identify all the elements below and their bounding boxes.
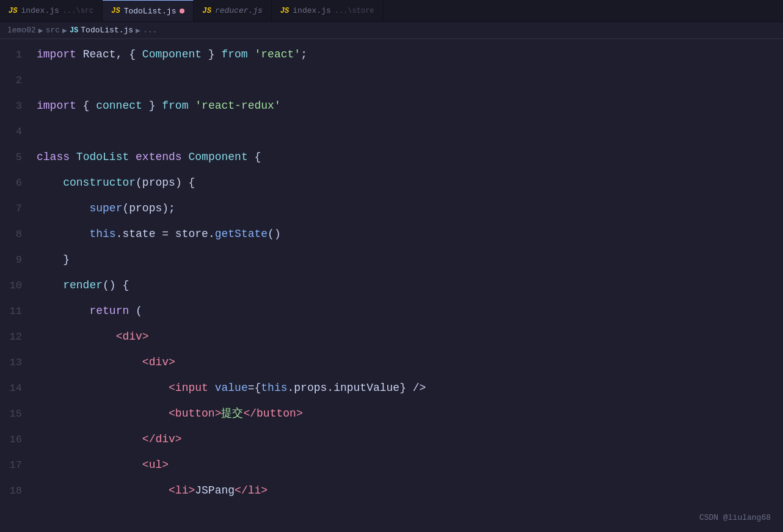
code-line: 16 </div> <box>0 426 783 452</box>
line-number: 16 <box>0 427 37 453</box>
line-number: 15 <box>0 401 37 427</box>
line-number: 13 <box>0 350 37 376</box>
tab-reducer[interactable]: JS reducer.js <box>194 0 271 21</box>
line-number: 12 <box>0 324 37 350</box>
line-number: 10 <box>0 273 37 299</box>
line-content: render() { <box>37 272 783 298</box>
js-icon-tab2: JS <box>111 7 120 15</box>
code-line: 4 <box>0 118 783 144</box>
tab-label-4: index.js <box>293 6 330 15</box>
line-content: <button>提交</button> <box>37 401 783 426</box>
code-line: 8 this.state = store.getState() <box>0 221 783 247</box>
code-line: 6 constructor(props) { <box>0 170 783 195</box>
line-content: constructor(props) { <box>37 170 783 195</box>
breadcrumb-src: src <box>46 26 60 35</box>
code-line: 14 <input value={this.props.inputValue} … <box>0 375 783 401</box>
code-line: 15 <button>提交</button> <box>0 401 783 426</box>
tab-indexjs-src[interactable]: JS index.js ...\src <box>0 0 103 21</box>
tab-label-3: reducer.js <box>215 6 263 15</box>
line-number: 14 <box>0 376 37 401</box>
line-number: 8 <box>0 222 37 247</box>
line-number: 7 <box>0 196 37 222</box>
code-editor: 1import React, { Component } from 'react… <box>0 39 783 503</box>
line-content: <div> <box>37 324 783 349</box>
line-content: <div> <box>37 349 783 375</box>
line-number: 4 <box>0 119 37 145</box>
code-line: 10 render() { <box>0 272 783 298</box>
code-line: 3import { connect } from 'react-redux' <box>0 93 783 118</box>
code-line: 9 } <box>0 247 783 272</box>
line-content: <input value={this.props.inputValue} /> <box>37 375 783 401</box>
tab-label-2: TodoList.js <box>124 7 177 16</box>
line-content: </div> <box>37 426 783 452</box>
code-line: 11 return ( <box>0 298 783 324</box>
code-line: 1import React, { Component } from 'react… <box>0 42 783 67</box>
js-icon-tab1: JS <box>9 7 17 15</box>
tab-indexjs-store[interactable]: JS index.js ...\store <box>272 0 384 21</box>
tab-sublabel-4: ...\store <box>335 7 374 15</box>
line-number: 1 <box>0 42 37 68</box>
code-line: 5class TodoList extends Component { <box>0 144 783 170</box>
code-line: 13 <div> <box>0 349 783 375</box>
line-content: <li>JSPang</li> <box>37 478 783 503</box>
tab-todolist[interactable]: JS TodoList.js <box>103 0 194 21</box>
code-line: 7 super(props); <box>0 195 783 221</box>
line-number: 9 <box>0 247 37 273</box>
line-number: 3 <box>0 93 37 119</box>
js-icon-tab3: JS <box>202 7 211 15</box>
code-line: 18 <li>JSPang</li> <box>0 478 783 503</box>
code-line: 2 <box>0 67 783 93</box>
line-content: <ul> <box>37 452 783 478</box>
line-content: class TodoList extends Component { <box>37 144 783 170</box>
breadcrumb-sep1: ▶ <box>38 26 43 35</box>
js-icon-tab4: JS <box>280 7 289 15</box>
watermark: CSDN @liulang68 <box>699 513 771 522</box>
line-content: return ( <box>37 298 783 324</box>
line-content: import React, { Component } from 'react'… <box>37 42 783 67</box>
tab-sublabel-1: ...\src <box>63 7 93 15</box>
code-line: 12 <div> <box>0 324 783 349</box>
line-content: this.state = store.getState() <box>37 221 783 247</box>
breadcrumb-sep2: ▶ <box>62 26 67 35</box>
modified-dot <box>180 9 184 13</box>
line-number: 2 <box>0 68 37 93</box>
breadcrumb-file: TodoList.js <box>81 26 133 35</box>
line-number: 11 <box>0 299 37 324</box>
breadcrumb-root: lemo02 <box>7 26 36 35</box>
tab-label-1: index.js <box>21 6 59 15</box>
breadcrumb-sep3: ▶ <box>136 26 140 35</box>
line-content <box>37 118 783 144</box>
line-content: } <box>37 247 783 272</box>
breadcrumb-js-icon: JS <box>70 26 78 35</box>
line-number: 17 <box>0 453 37 478</box>
line-number: 18 <box>0 478 37 503</box>
breadcrumb-extra: ... <box>143 26 157 35</box>
line-number: 6 <box>0 170 37 196</box>
breadcrumb: lemo02 ▶ src ▶ JS TodoList.js ▶ ... <box>0 22 783 39</box>
code-line: 17 <ul> <box>0 452 783 478</box>
line-content <box>37 67 783 93</box>
line-number: 5 <box>0 145 37 170</box>
tab-bar: JS index.js ...\src JS TodoList.js JS re… <box>0 0 783 22</box>
line-content: import { connect } from 'react-redux' <box>37 93 783 118</box>
line-content: super(props); <box>37 195 783 221</box>
